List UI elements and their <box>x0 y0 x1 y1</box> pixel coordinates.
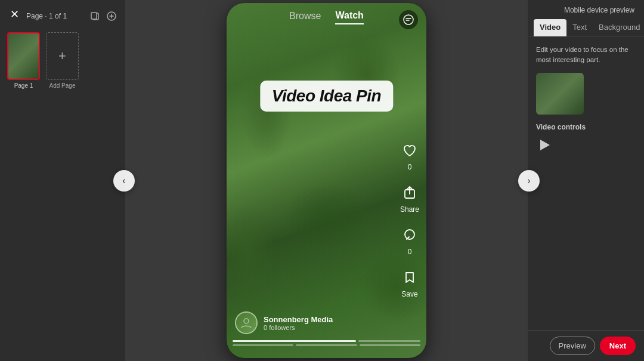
video-title-text: Video Idea Pin <box>272 87 381 105</box>
tab-video[interactable]: Video <box>534 19 566 36</box>
nav-arrow-left[interactable]: ‹ <box>113 170 135 192</box>
share-label: Share <box>400 205 419 214</box>
add-page-label: Add Page <box>49 82 76 89</box>
play-button[interactable] <box>536 136 554 154</box>
video-title-overlay: Video Idea Pin <box>260 81 393 112</box>
like-count: 0 <box>408 163 412 171</box>
preview-button[interactable]: Preview <box>550 337 595 355</box>
progress-segment-1 <box>233 344 293 346</box>
user-avatar[interactable] <box>235 311 258 334</box>
add-page-box: + <box>46 32 79 80</box>
progress-segment-3 <box>360 344 420 346</box>
share-button[interactable]: Share <box>399 182 420 214</box>
progress-bar-2 <box>233 344 420 346</box>
video-controls-label: Video controls <box>536 123 636 131</box>
username: Sonnenberg Media <box>264 315 333 324</box>
right-panel: Mobile device preview Video Text Backgro… <box>528 0 644 361</box>
page-1-thumb[interactable]: Page 1 <box>7 32 40 89</box>
save-button[interactable]: Save <box>399 267 420 298</box>
mobile-phone-frame: Browse Watch Video Idea Pin <box>227 3 426 358</box>
left-panel: ✕ Page · 1 of 1 Page 1 <box>0 0 125 361</box>
progress-segment-2 <box>296 344 357 346</box>
page-1-preview <box>7 32 40 80</box>
add-page-icon[interactable] <box>105 10 118 23</box>
user-text: Sonnenberg Media 0 followers <box>264 315 333 331</box>
close-icon: ✕ <box>10 8 19 21</box>
right-panel-footer: Preview Next <box>528 330 644 361</box>
like-button[interactable]: 0 <box>399 140 420 171</box>
chevron-right-icon: › <box>527 175 530 186</box>
heart-icon <box>399 140 420 161</box>
comment-button[interactable]: 0 <box>399 224 420 256</box>
next-button[interactable]: Next <box>600 337 636 355</box>
add-page-thumb[interactable]: + Add Page <box>46 32 79 89</box>
phone-actions: 0 Share 0 <box>399 140 420 298</box>
progress-empty <box>358 340 420 342</box>
page-info-icons <box>88 10 118 23</box>
comment-count: 0 <box>408 248 412 256</box>
center-panel: ‹ Browse Watch Video Idea Pin <box>125 0 528 361</box>
progress-bar-1 <box>233 340 420 342</box>
right-panel-header: Mobile device preview <box>528 0 644 14</box>
progress-filled <box>233 340 356 342</box>
avatar-icon <box>236 313 256 333</box>
video-background <box>227 3 426 358</box>
duplicate-icon[interactable] <box>88 10 101 23</box>
bookmark-icon <box>399 267 420 288</box>
save-label: Save <box>401 290 417 298</box>
right-panel-tabs: Video Text Background <box>528 14 644 36</box>
close-button[interactable]: ✕ <box>6 6 23 23</box>
svg-rect-1 <box>91 13 97 19</box>
message-button[interactable] <box>399 10 418 29</box>
browse-tab[interactable]: Browse <box>289 11 321 24</box>
nav-arrow-right[interactable]: › <box>518 170 540 192</box>
progress-bars <box>233 340 420 346</box>
play-icon <box>540 140 550 150</box>
tab-background[interactable]: Background <box>593 19 644 36</box>
video-controls-section: Video controls <box>536 123 636 154</box>
svg-point-3 <box>404 15 413 24</box>
share-icon <box>399 182 420 203</box>
phone-nav-tabs: Browse Watch <box>289 10 364 24</box>
phone-nav: Browse Watch <box>227 3 426 29</box>
phone-user-info: Sonnenberg Media 0 followers <box>235 311 333 334</box>
right-panel-body: Edit your video to focus on the most int… <box>528 42 644 330</box>
pages-list: Page 1 + Add Page <box>0 27 125 94</box>
comment-icon <box>399 224 420 246</box>
svg-point-5 <box>405 230 414 239</box>
watch-tab[interactable]: Watch <box>335 10 363 24</box>
chevron-left-icon: ‹ <box>122 175 125 186</box>
video-thumbnail-preview[interactable] <box>536 73 584 115</box>
mobile-preview-label: Mobile device preview <box>564 6 634 14</box>
edit-video-description: Edit your video to focus on the most int… <box>536 45 636 66</box>
tab-text[interactable]: Text <box>566 19 593 36</box>
page-1-label: Page 1 <box>14 82 33 89</box>
svg-point-6 <box>244 319 249 323</box>
follower-count: 0 followers <box>264 324 333 331</box>
